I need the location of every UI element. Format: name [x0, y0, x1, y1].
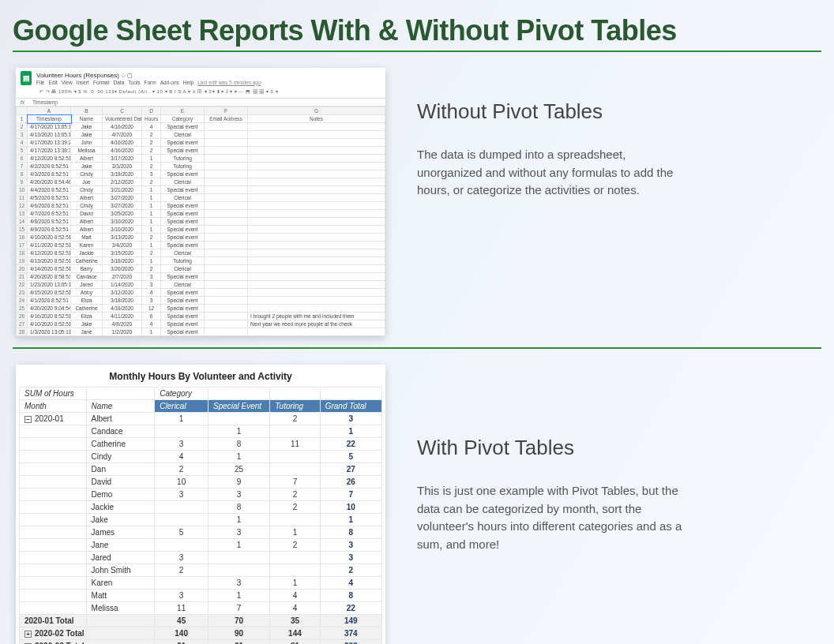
- cell: 3/10/2020: [103, 218, 142, 226]
- cell: 4: [142, 123, 161, 131]
- subtotal-value: 35: [270, 615, 320, 627]
- row-number: 19: [17, 257, 28, 265]
- column-header: Email Address: [205, 115, 248, 123]
- pivot-value: 1: [208, 590, 269, 602]
- cell: 2: [142, 131, 161, 139]
- row-number: 10: [17, 186, 28, 194]
- pivot-value: 2: [320, 564, 381, 577]
- row-number: 8: [17, 170, 28, 178]
- month-cell: [20, 602, 87, 615]
- collapse-toggle-icon[interactable]: −: [24, 416, 32, 423]
- month-cell: [20, 476, 87, 489]
- column-header: Timestamp: [28, 115, 71, 123]
- cell: Special event: [161, 305, 205, 313]
- cell: 1/2/2020: [103, 328, 142, 336]
- raw-spreadsheet-screenshot: ▤ Volunteer Hours (Responses) ☆ ▢ FileEd…: [16, 68, 385, 336]
- pivot-value: 27: [320, 463, 381, 476]
- pivot-value: 1: [208, 539, 269, 552]
- expand-toggle-icon[interactable]: +: [24, 631, 32, 638]
- subtotal-month: +2020-02 Total: [20, 627, 87, 640]
- cell: Abby: [71, 289, 103, 297]
- cell: 4/12/2020 8:52:51: [28, 155, 71, 163]
- cell: [205, 147, 248, 155]
- subtotal-value: 61: [208, 640, 269, 645]
- pivot-value: 3: [155, 489, 208, 501]
- cell: Albert: [71, 155, 103, 163]
- cell: [205, 273, 248, 281]
- section1-description: The data is dumped into a spreadsheet, u…: [417, 146, 686, 200]
- pivot-value: 4: [270, 602, 320, 615]
- cell: 4/16/2020: [103, 123, 142, 131]
- row-number: 20: [17, 265, 28, 273]
- menu-item[interactable]: Help: [183, 80, 193, 85]
- last-edit-link[interactable]: Last edit was 5 minutes ago: [197, 80, 261, 85]
- menu-item[interactable]: Insert: [77, 80, 89, 85]
- pivot-value: 10: [320, 501, 381, 514]
- menu-item[interactable]: View: [62, 80, 73, 85]
- cell: I brought 2 people with me and included …: [248, 313, 385, 320]
- pivot-value: 10: [155, 476, 208, 489]
- pivot-value: 3: [208, 489, 269, 501]
- cell: 2: [142, 178, 161, 186]
- menu-item[interactable]: Edit: [48, 80, 57, 85]
- cell: Special event: [161, 170, 205, 178]
- cell: Tutoring: [161, 163, 205, 170]
- fx-label: fx: [21, 99, 24, 105]
- cell: 3/26/2020: [103, 265, 142, 273]
- cell: 4/8/2020: [103, 320, 142, 328]
- row-number: 14: [17, 218, 28, 226]
- pivot-name: Candace: [86, 425, 155, 438]
- cell: [248, 155, 385, 163]
- pivot-value: 5: [320, 451, 381, 463]
- pivot-name: James: [86, 526, 155, 539]
- menu-item[interactable]: Form: [144, 80, 156, 85]
- pivot-value: 8: [320, 590, 381, 602]
- pivot-name: Cindy: [86, 451, 155, 463]
- menu-item[interactable]: File: [36, 80, 44, 85]
- cell: [205, 265, 248, 273]
- cell: [205, 297, 248, 305]
- menu-item[interactable]: Data: [114, 80, 125, 85]
- section-without-pivot: ▤ Volunteer Hours (Responses) ☆ ▢ FileEd…: [13, 62, 821, 347]
- menu-item[interactable]: Tools: [128, 80, 140, 85]
- cell: 2/7/2020: [103, 273, 142, 281]
- cell: [205, 210, 248, 218]
- cell: [248, 289, 385, 297]
- cell: 3: [142, 170, 161, 178]
- cell: 1: [142, 210, 161, 218]
- cell: Jackie: [71, 249, 103, 257]
- cell: Special event: [161, 210, 205, 218]
- subtotal-label: 2020-01 Total: [24, 616, 74, 625]
- pivot-value: 1: [155, 413, 208, 425]
- cell: 2: [142, 147, 161, 155]
- row-number: 27: [17, 320, 28, 328]
- cell: [248, 265, 385, 273]
- pivot-value: [270, 425, 320, 438]
- col-letter: F: [205, 107, 248, 115]
- cell: 4/1/2020 8:52:51: [28, 297, 71, 305]
- cell: Special event: [161, 313, 205, 320]
- cell: 4/8/2020 8:52:51: [28, 218, 71, 226]
- cell: [248, 147, 385, 155]
- cell: Tutoring: [161, 155, 205, 163]
- cell: 4/12/2020 8:52:51: [28, 249, 71, 257]
- row-number: 3: [17, 131, 28, 139]
- cell: [248, 328, 385, 336]
- pivot-value: 1: [270, 577, 320, 590]
- pivot-header: Name: [86, 400, 155, 413]
- cell: 2: [142, 139, 161, 147]
- cell: 4/17/2020 13:39:22: [28, 139, 71, 147]
- cell: [205, 186, 248, 194]
- cell: Clerical: [161, 265, 205, 273]
- row-number: 17: [17, 242, 28, 249]
- row-number: 2: [17, 123, 28, 131]
- cell: Cindy: [71, 202, 103, 210]
- cell: 1: [142, 155, 161, 163]
- menu-item[interactable]: Add-ons: [160, 80, 179, 85]
- row-number: 13: [17, 210, 28, 218]
- menu-item[interactable]: Format: [93, 80, 110, 85]
- cell: 4/11/2020: [103, 313, 142, 320]
- pivot-value: 11: [270, 438, 320, 451]
- blank: [270, 388, 320, 400]
- month-cell: [20, 463, 87, 476]
